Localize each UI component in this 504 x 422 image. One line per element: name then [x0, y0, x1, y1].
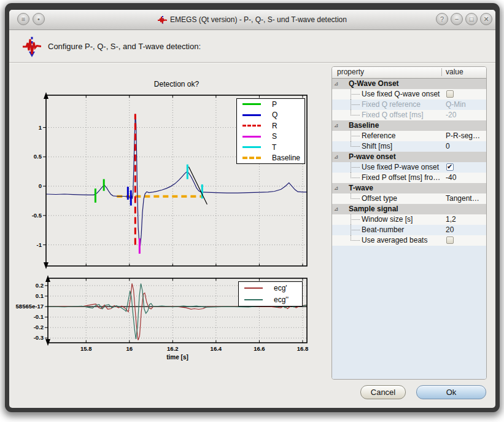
collapse-icon[interactable]: ⊿	[334, 204, 341, 214]
dialog-window: ≡ • EMEGS (Qt version) - P-, Q-, S- und …	[9, 10, 495, 408]
use-fixed-p-wave-onset-checkbox[interactable]	[446, 163, 454, 171]
collapse-icon[interactable]: ⊿	[334, 152, 341, 162]
svg-text:-1: -1	[37, 241, 42, 248]
close-icon[interactable]: ✕	[480, 13, 492, 25]
app-icon	[158, 15, 167, 25]
maximize-icon[interactable]: □	[465, 13, 478, 25]
property-row[interactable]: Beat-number20	[332, 225, 486, 235]
svg-text:time [s]: time [s]	[166, 354, 188, 361]
legend-entry-baseline: Baseline	[237, 154, 304, 162]
svg-text:0.1: 0.1	[36, 292, 44, 299]
window-title-area: EMEGS (Qt version) - P-, Q-, S- und T-wa…	[9, 10, 495, 29]
fixed-q-offset-value: -20	[446, 110, 456, 120]
svg-text:-0.5: -0.5	[32, 212, 42, 219]
legend-entry-t: T	[237, 143, 304, 152]
collapse-icon[interactable]: ⊿	[334, 120, 341, 131]
window-title: EMEGS (Qt version) - P-, Q-, S- und T-wa…	[170, 15, 347, 24]
s-line-sample	[242, 136, 261, 138]
property-table-empty-area	[332, 246, 486, 380]
fixed-q-reference-value: Q-Min	[446, 100, 466, 110]
legend-entry-s: S	[237, 132, 304, 141]
svg-text:16.6: 16.6	[254, 345, 265, 352]
section-sample-signal[interactable]: ⊿Sample signal	[332, 204, 486, 214]
main-plot-legend: P Q R S T Baseline	[236, 98, 305, 164]
p-line-sample	[242, 103, 261, 105]
svg-text:-0.2: -0.2	[34, 324, 44, 330]
legend-entry-ecg2: ecg''	[239, 295, 302, 304]
section-baseline[interactable]: ⊿Baseline	[332, 120, 486, 131]
svg-text:15.8: 15.8	[80, 345, 92, 352]
svg-text:16.4: 16.4	[211, 345, 222, 352]
svg-text:58565e-17: 58565e-17	[16, 303, 44, 310]
svg-text:1: 1	[39, 124, 42, 131]
baseline-shift-value[interactable]: 0	[446, 141, 450, 152]
t-line-sample	[242, 146, 261, 148]
property-row[interactable]: Use fixed P-wave onset	[332, 162, 486, 173]
legend-entry-p: P	[237, 100, 304, 109]
titlebar[interactable]: ≡ • EMEGS (Qt version) - P-, Q-, S- und …	[9, 10, 495, 30]
screenshot: ≡ • EMEGS (Qt version) - P-, Q-, S- und …	[0, 0, 504, 422]
legend-entry-q: Q	[237, 111, 304, 119]
svg-text:16.2: 16.2	[167, 345, 179, 352]
property-table-body: ⊿Q-Wave Onset Use fixed Q-wave onset Fix…	[332, 79, 486, 380]
ecg-wave-icon	[23, 36, 41, 60]
beat-number-value[interactable]: 20	[446, 225, 454, 235]
section-q-wave-onset[interactable]: ⊿Q-Wave Onset	[332, 79, 486, 89]
dialog-instruction: Configure P-, Q-, S-, and T-wave detecti…	[48, 42, 201, 51]
svg-text:0.2: 0.2	[36, 282, 44, 289]
baseline-reference-value[interactable]: P-R-seg…	[446, 131, 480, 141]
use-fixed-q-wave-onset-checkbox[interactable]	[446, 90, 454, 98]
svg-text:16: 16	[126, 345, 133, 352]
property-row[interactable]: Fixed P offset [ms] fro…-40	[332, 173, 486, 183]
plot-title: Detection ok?	[46, 80, 307, 88]
t-wave-offset-type-value[interactable]: Tangent…	[446, 193, 479, 204]
use-averaged-beats-checkbox[interactable]	[446, 236, 454, 244]
collapse-icon[interactable]: ⊿	[334, 79, 341, 89]
property-row[interactable]: Offset typeTangent…	[332, 193, 486, 204]
property-row[interactable]: Use fixed Q-wave onset	[332, 89, 486, 100]
baseline-line-sample	[242, 157, 261, 159]
column-divider	[441, 68, 442, 76]
property-row[interactable]: Use averaged beats	[332, 235, 486, 246]
derivative-plot-legend: ecg' ecg''	[238, 281, 303, 307]
svg-text:-0.1: -0.1	[34, 313, 44, 320]
fixed-p-offset-value[interactable]: -40	[446, 173, 456, 183]
help-icon[interactable]: ?	[436, 13, 448, 25]
property-row[interactable]: Fixed Q offset [ms]-20	[332, 110, 486, 120]
window-size-value[interactable]: 1,2	[446, 214, 456, 225]
column-header-value: value	[446, 68, 463, 76]
column-header-property: property	[337, 68, 364, 76]
legend-entry-r: R	[237, 122, 304, 130]
svg-text:-0.3: -0.3	[34, 334, 44, 341]
cancel-button[interactable]: Cancel	[360, 385, 406, 399]
ok-button[interactable]: Ok	[416, 385, 486, 399]
property-row[interactable]: ReferenceP-R-seg…	[332, 131, 486, 141]
minimize-icon[interactable]: −	[451, 13, 463, 25]
header-separator	[9, 62, 495, 63]
ecg-prime-line-sample	[244, 287, 263, 289]
svg-text:0: 0	[39, 182, 42, 189]
section-t-wave[interactable]: ⊿T-wave	[332, 183, 486, 193]
q-line-sample	[242, 114, 261, 116]
svg-text:16.8: 16.8	[297, 345, 309, 352]
property-row[interactable]: Window size [s]1,2	[332, 214, 486, 225]
svg-text:0.5: 0.5	[34, 153, 42, 160]
section-p-wave-onset[interactable]: ⊿P-wave onset	[332, 152, 486, 162]
property-table-header: property value	[332, 67, 486, 79]
ecg-second-line-sample	[244, 299, 263, 300]
r-line-sample	[242, 125, 261, 127]
property-row[interactable]: Fixed Q referenceQ-Min	[332, 100, 486, 110]
property-row[interactable]: Shift [ms]0	[332, 141, 486, 152]
collapse-icon[interactable]: ⊿	[334, 183, 341, 193]
property-panel: property value ⊿Q-Wave Onset Use fixed Q…	[331, 66, 487, 380]
legend-entry-ecg1: ecg'	[239, 284, 302, 292]
